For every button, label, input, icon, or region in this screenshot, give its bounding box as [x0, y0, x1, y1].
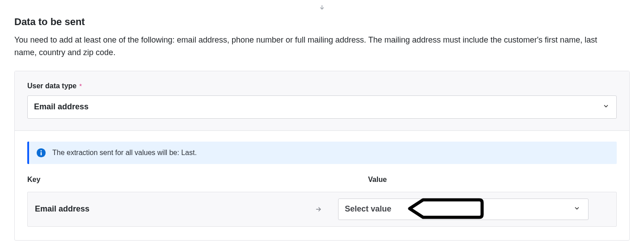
config-panel: User data type * Email address The extra… — [14, 71, 630, 241]
header-value: Value — [368, 176, 617, 184]
user-data-type-select[interactable]: Email address — [27, 95, 617, 119]
info-icon — [36, 148, 46, 158]
section-description: You need to add at least one of the foll… — [14, 34, 614, 59]
value-select-placeholder: Select value — [345, 204, 391, 214]
svg-rect-1 — [41, 152, 42, 155]
mapping-section: The extraction sent for all values will … — [15, 131, 629, 240]
header-key: Key — [27, 176, 341, 184]
user-data-type-label: User data type * — [27, 82, 82, 90]
value-select[interactable]: Select value — [338, 199, 589, 220]
svg-point-2 — [41, 150, 42, 151]
mapping-key: Email address — [35, 204, 299, 214]
arrow-right-icon — [305, 206, 332, 213]
chevron-down-icon — [574, 205, 580, 213]
user-data-type-selected: Email address — [34, 102, 89, 112]
info-banner: The extraction sent for all values will … — [27, 142, 617, 164]
section-title: Data to be sent — [14, 16, 630, 28]
mapping-row: Email address Select value — [27, 192, 617, 227]
mapping-header-row: Key Value — [27, 176, 617, 184]
required-indicator: * — [79, 82, 82, 90]
info-text: The extraction sent for all values will … — [52, 149, 197, 157]
flow-arrow-down-icon — [14, 4, 630, 12]
user-data-type-section: User data type * Email address — [15, 71, 629, 131]
chevron-down-icon — [603, 103, 609, 111]
